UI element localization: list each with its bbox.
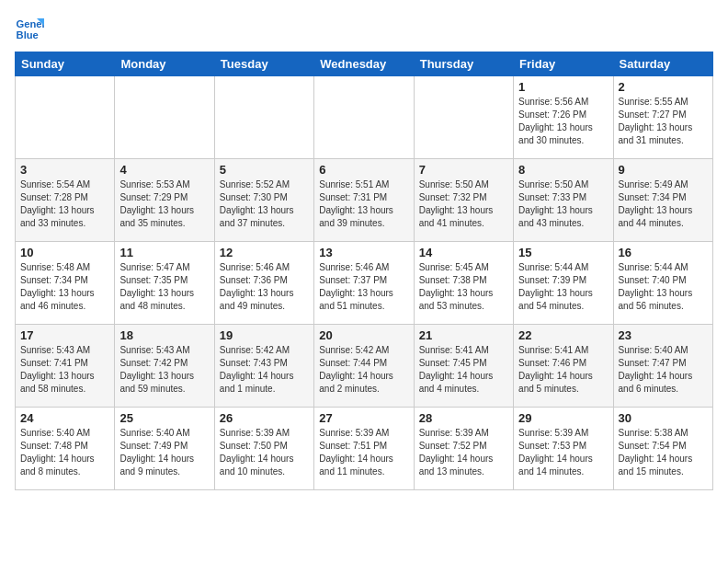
weekday-header-saturday: Saturday [613, 52, 712, 76]
day-cell: 20Sunrise: 5:42 AM Sunset: 7:44 PM Dayli… [314, 325, 414, 408]
day-number: 20 [319, 328, 408, 342]
day-number: 30 [619, 411, 708, 425]
day-info: Sunrise: 5:46 AM Sunset: 7:36 PM Dayligh… [220, 261, 309, 313]
day-number: 9 [619, 163, 708, 177]
day-info: Sunrise: 5:48 AM Sunset: 7:34 PM Dayligh… [20, 261, 109, 313]
day-cell: 30Sunrise: 5:38 AM Sunset: 7:54 PM Dayli… [613, 408, 712, 490]
day-number: 8 [518, 163, 608, 177]
day-number: 7 [419, 163, 508, 177]
day-info: Sunrise: 5:46 AM Sunset: 7:37 PM Dayligh… [319, 261, 408, 313]
day-info: Sunrise: 5:50 AM Sunset: 7:33 PM Dayligh… [518, 178, 608, 230]
day-info: Sunrise: 5:51 AM Sunset: 7:31 PM Dayligh… [319, 178, 408, 230]
day-number: 11 [119, 246, 209, 259]
day-info: Sunrise: 5:41 AM Sunset: 7:45 PM Dayligh… [419, 344, 508, 396]
day-number: 5 [220, 163, 309, 177]
day-cell: 4Sunrise: 5:53 AM Sunset: 7:29 PM Daylig… [115, 159, 214, 242]
header: General Blue [15, 15, 713, 44]
weekday-header-row: SundayMondayTuesdayWednesdayThursdayFrid… [16, 52, 713, 76]
day-info: Sunrise: 5:39 AM Sunset: 7:51 PM Dayligh… [319, 427, 408, 478]
day-info: Sunrise: 5:39 AM Sunset: 7:52 PM Dayligh… [419, 427, 508, 478]
day-cell: 19Sunrise: 5:42 AM Sunset: 7:43 PM Dayli… [214, 325, 313, 408]
day-number: 23 [619, 328, 708, 342]
day-info: Sunrise: 5:40 AM Sunset: 7:48 PM Dayligh… [20, 427, 109, 478]
day-cell: 17Sunrise: 5:43 AM Sunset: 7:41 PM Dayli… [16, 325, 115, 408]
day-number: 10 [20, 246, 109, 259]
day-cell: 8Sunrise: 5:50 AM Sunset: 7:33 PM Daylig… [514, 159, 613, 242]
day-cell [16, 76, 115, 159]
logo-icon: General Blue [15, 15, 44, 44]
svg-text:Blue: Blue [17, 29, 39, 40]
day-cell: 9Sunrise: 5:49 AM Sunset: 7:34 PM Daylig… [613, 159, 712, 242]
week-row-3: 17Sunrise: 5:43 AM Sunset: 7:41 PM Dayli… [16, 325, 713, 408]
week-row-1: 3Sunrise: 5:54 AM Sunset: 7:28 PM Daylig… [16, 159, 713, 242]
day-number: 22 [518, 328, 608, 342]
day-number: 4 [119, 163, 209, 177]
day-info: Sunrise: 5:39 AM Sunset: 7:50 PM Dayligh… [220, 427, 309, 478]
day-info: Sunrise: 5:44 AM Sunset: 7:39 PM Dayligh… [518, 261, 608, 313]
day-info: Sunrise: 5:44 AM Sunset: 7:40 PM Dayligh… [619, 261, 708, 313]
day-cell: 16Sunrise: 5:44 AM Sunset: 7:40 PM Dayli… [613, 242, 712, 325]
week-row-2: 10Sunrise: 5:48 AM Sunset: 7:34 PM Dayli… [16, 242, 713, 325]
day-cell: 15Sunrise: 5:44 AM Sunset: 7:39 PM Dayli… [514, 242, 613, 325]
day-cell: 24Sunrise: 5:40 AM Sunset: 7:48 PM Dayli… [16, 408, 115, 490]
day-number: 1 [518, 80, 608, 94]
day-cell: 27Sunrise: 5:39 AM Sunset: 7:51 PM Dayli… [314, 408, 414, 490]
day-number: 27 [319, 411, 408, 425]
day-info: Sunrise: 5:50 AM Sunset: 7:32 PM Dayligh… [419, 178, 508, 230]
day-number: 26 [220, 411, 309, 425]
day-info: Sunrise: 5:49 AM Sunset: 7:34 PM Dayligh… [619, 178, 708, 230]
day-info: Sunrise: 5:55 AM Sunset: 7:27 PM Dayligh… [619, 96, 708, 147]
weekday-header-thursday: Thursday [414, 52, 513, 76]
day-cell: 18Sunrise: 5:43 AM Sunset: 7:42 PM Dayli… [115, 325, 214, 408]
day-number: 21 [419, 328, 508, 342]
day-number: 2 [619, 80, 708, 94]
day-cell [115, 76, 214, 159]
day-number: 29 [518, 411, 608, 425]
day-cell [214, 76, 313, 159]
day-cell: 6Sunrise: 5:51 AM Sunset: 7:31 PM Daylig… [314, 159, 414, 242]
day-number: 6 [319, 163, 408, 177]
week-row-4: 24Sunrise: 5:40 AM Sunset: 7:48 PM Dayli… [16, 408, 713, 490]
weekday-header-tuesday: Tuesday [214, 52, 313, 76]
day-number: 25 [119, 411, 209, 425]
day-cell: 3Sunrise: 5:54 AM Sunset: 7:28 PM Daylig… [16, 159, 115, 242]
day-number: 17 [20, 328, 109, 342]
day-cell: 5Sunrise: 5:52 AM Sunset: 7:30 PM Daylig… [214, 159, 313, 242]
day-info: Sunrise: 5:56 AM Sunset: 7:26 PM Dayligh… [518, 96, 608, 147]
day-cell: 21Sunrise: 5:41 AM Sunset: 7:45 PM Dayli… [414, 325, 513, 408]
day-info: Sunrise: 5:40 AM Sunset: 7:47 PM Dayligh… [619, 344, 708, 396]
day-number: 15 [518, 246, 608, 259]
weekday-header-friday: Friday [514, 52, 613, 76]
calendar-table: SundayMondayTuesdayWednesdayThursdayFrid… [15, 52, 713, 490]
day-number: 18 [119, 328, 209, 342]
day-info: Sunrise: 5:53 AM Sunset: 7:29 PM Dayligh… [119, 178, 209, 230]
day-info: Sunrise: 5:47 AM Sunset: 7:35 PM Dayligh… [119, 261, 209, 313]
day-number: 19 [220, 328, 309, 342]
day-cell: 29Sunrise: 5:39 AM Sunset: 7:53 PM Dayli… [514, 408, 613, 490]
day-info: Sunrise: 5:43 AM Sunset: 7:41 PM Dayligh… [20, 344, 109, 396]
weekday-header-wednesday: Wednesday [314, 52, 414, 76]
day-cell: 22Sunrise: 5:41 AM Sunset: 7:46 PM Dayli… [514, 325, 613, 408]
day-cell: 14Sunrise: 5:45 AM Sunset: 7:38 PM Dayli… [414, 242, 513, 325]
day-number: 3 [20, 163, 109, 177]
day-info: Sunrise: 5:38 AM Sunset: 7:54 PM Dayligh… [619, 427, 708, 478]
day-cell: 7Sunrise: 5:50 AM Sunset: 7:32 PM Daylig… [414, 159, 513, 242]
day-info: Sunrise: 5:43 AM Sunset: 7:42 PM Dayligh… [119, 344, 209, 396]
day-cell: 26Sunrise: 5:39 AM Sunset: 7:50 PM Dayli… [214, 408, 313, 490]
day-number: 13 [319, 246, 408, 259]
day-number: 24 [20, 411, 109, 425]
day-cell: 13Sunrise: 5:46 AM Sunset: 7:37 PM Dayli… [314, 242, 414, 325]
day-cell [314, 76, 414, 159]
day-cell: 11Sunrise: 5:47 AM Sunset: 7:35 PM Dayli… [115, 242, 214, 325]
logo: General Blue [15, 15, 48, 44]
day-info: Sunrise: 5:39 AM Sunset: 7:53 PM Dayligh… [518, 427, 608, 478]
day-cell: 12Sunrise: 5:46 AM Sunset: 7:36 PM Dayli… [214, 242, 313, 325]
day-number: 12 [220, 246, 309, 259]
day-number: 16 [619, 246, 708, 259]
day-info: Sunrise: 5:42 AM Sunset: 7:44 PM Dayligh… [319, 344, 408, 396]
weekday-header-sunday: Sunday [16, 52, 115, 76]
day-cell: 28Sunrise: 5:39 AM Sunset: 7:52 PM Dayli… [414, 408, 513, 490]
day-cell: 2Sunrise: 5:55 AM Sunset: 7:27 PM Daylig… [613, 76, 712, 159]
weekday-header-monday: Monday [115, 52, 214, 76]
day-number: 14 [419, 246, 508, 259]
